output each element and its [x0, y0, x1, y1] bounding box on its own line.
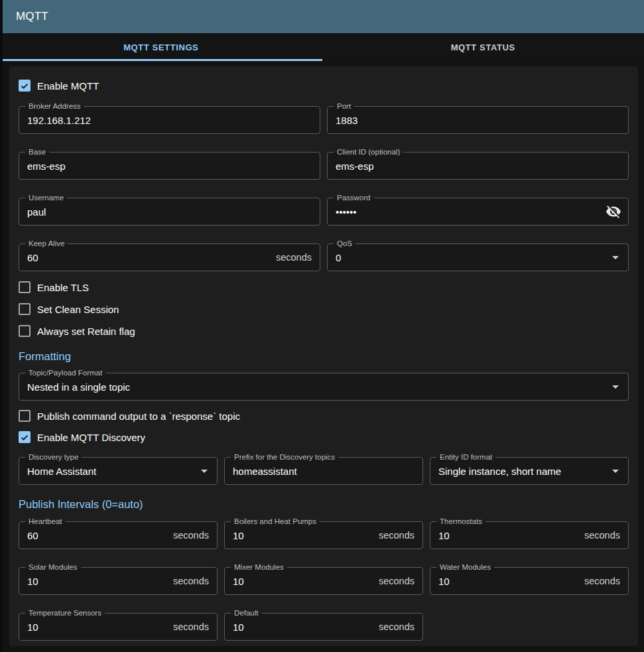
publish-response-label: Publish command output to a `response` t… — [37, 411, 240, 422]
temperature-interval-unit: seconds — [173, 621, 209, 632]
boilers-interval-field: Boilers and Heat Pumps seconds — [224, 521, 423, 549]
thermostats-interval-label: Thermostats — [436, 517, 485, 527]
solar-interval-unit: seconds — [173, 576, 209, 586]
solar-interval-input[interactable] — [27, 576, 168, 587]
dropdown-arrow-icon — [196, 463, 212, 479]
boilers-interval-input[interactable] — [233, 530, 373, 541]
qos-select[interactable]: QoS 0 — [327, 243, 629, 271]
heartbeat-unit: seconds — [173, 530, 209, 541]
dropdown-arrow-icon — [608, 379, 623, 395]
topic-format-label: Topic/Payload Format — [25, 368, 105, 378]
toggle-password-visibility-button[interactable] — [606, 204, 621, 220]
qos-value: 0 — [336, 252, 606, 263]
keep-alive-label: Keep Alive — [25, 239, 68, 249]
base-field: Base — [19, 152, 320, 180]
entity-format-select[interactable]: Entity ID format Single instance, short … — [430, 457, 629, 485]
intervals-section-heading: Publish Intervals (0=auto) — [19, 498, 629, 511]
keep-alive-unit: seconds — [276, 252, 312, 263]
discovery-prefix-label: Prefix for the Discovery topics — [231, 452, 338, 462]
heartbeat-input[interactable] — [27, 530, 168, 541]
discovery-type-select[interactable]: Discovery type Home Assistant — [19, 457, 218, 485]
tab-mqtt-settings[interactable]: MQTT SETTINGS — [0, 33, 322, 61]
enable-mqtt-row[interactable]: Enable MQTT — [19, 78, 629, 93]
water-interval-unit: seconds — [584, 576, 620, 586]
password-label: Password — [334, 193, 374, 203]
retain-flag-checkbox[interactable] — [19, 325, 31, 337]
tab-bar: MQTT SETTINGS MQTT STATUS — [0, 33, 644, 61]
left-edge-shadow — [0, 0, 3, 652]
solar-interval-field: Solar Modules seconds — [19, 567, 218, 595]
default-interval-label: Default — [231, 608, 261, 618]
visibility-off-icon — [606, 204, 621, 220]
enable-tls-label: Enable TLS — [37, 282, 89, 293]
client-id-label: Client ID (optional) — [334, 147, 403, 157]
mixer-interval-unit: seconds — [379, 576, 415, 586]
app-header: MQTT — [0, 0, 644, 33]
topic-format-value: Nested in a single topic — [27, 381, 606, 393]
password-input[interactable] — [336, 206, 620, 218]
broker-address-input[interactable] — [27, 115, 312, 126]
tab-mqtt-status[interactable]: MQTT STATUS — [322, 33, 644, 61]
thermostats-interval-field: Thermostats seconds — [430, 521, 629, 549]
entity-format-label: Entity ID format — [436, 452, 495, 462]
thermostats-interval-input[interactable] — [438, 530, 579, 541]
client-id-field: Client ID (optional) — [327, 152, 629, 180]
tab-mqtt-settings-label: MQTT SETTINGS — [123, 42, 198, 52]
discovery-type-value: Home Assistant — [27, 466, 194, 477]
enable-discovery-checkbox[interactable] — [19, 431, 31, 443]
water-interval-input[interactable] — [438, 576, 579, 587]
keep-alive-field: Keep Alive seconds — [19, 243, 320, 271]
default-interval-field: Default seconds — [224, 613, 423, 641]
broker-address-field: Broker Address — [19, 106, 320, 134]
discovery-prefix-input[interactable] — [233, 466, 415, 477]
heartbeat-label: Heartbeat — [25, 517, 66, 527]
temperature-interval-field: Temperature Sensors seconds — [19, 613, 218, 641]
tab-mqtt-status-label: MQTT STATUS — [451, 42, 515, 52]
water-interval-field: Water Modules seconds — [430, 567, 629, 595]
enable-mqtt-checkbox[interactable] — [19, 80, 31, 92]
topic-format-select[interactable]: Topic/Payload Format Nested in a single … — [19, 373, 629, 401]
solar-interval-label: Solar Modules — [25, 562, 81, 572]
enable-discovery-row[interactable]: Enable MQTT Discovery — [19, 430, 629, 444]
dropdown-arrow-icon — [608, 249, 623, 265]
water-interval-label: Water Modules — [436, 562, 494, 572]
mixer-interval-label: Mixer Modules — [231, 562, 287, 572]
active-tab-indicator — [0, 59, 322, 61]
heartbeat-field: Heartbeat seconds — [19, 521, 218, 549]
checkmark-icon — [20, 81, 29, 91]
page-title: MQTT — [16, 10, 48, 23]
enable-tls-row[interactable]: Enable TLS — [19, 280, 629, 294]
default-interval-input[interactable] — [233, 621, 373, 633]
checkmark-icon — [20, 432, 29, 442]
mixer-interval-field: Mixer Modules seconds — [224, 567, 423, 595]
username-input[interactable] — [27, 206, 312, 218]
enable-mqtt-label: Enable MQTT — [37, 80, 99, 92]
port-input[interactable] — [336, 115, 620, 126]
broker-address-label: Broker Address — [25, 101, 84, 111]
thermostats-interval-unit: seconds — [584, 530, 620, 541]
base-label: Base — [25, 147, 49, 157]
discovery-prefix-field: Prefix for the Discovery topics — [224, 457, 423, 485]
temperature-interval-label: Temperature Sensors — [25, 608, 105, 618]
clean-session-checkbox[interactable] — [19, 303, 31, 315]
retain-flag-label: Always set Retain flag — [37, 326, 135, 337]
username-field: Username — [19, 198, 320, 226]
formatting-section-heading: Formatting — [19, 350, 629, 363]
enable-discovery-label: Enable MQTT Discovery — [37, 432, 145, 443]
password-field: Password — [327, 198, 629, 226]
qos-label: QoS — [334, 239, 355, 249]
boilers-interval-unit: seconds — [379, 530, 415, 541]
username-label: Username — [25, 193, 67, 203]
clean-session-row[interactable]: Set Clean Session — [19, 302, 629, 316]
temperature-interval-input[interactable] — [27, 621, 168, 633]
publish-response-checkbox[interactable] — [19, 410, 31, 422]
entity-format-value: Single instance, short name — [438, 466, 606, 477]
base-input[interactable] — [27, 161, 312, 172]
keep-alive-input[interactable] — [27, 252, 271, 263]
enable-tls-checkbox[interactable] — [19, 281, 31, 293]
mixer-interval-input[interactable] — [233, 576, 373, 587]
retain-flag-row[interactable]: Always set Retain flag — [19, 324, 629, 338]
client-id-input[interactable] — [336, 161, 620, 172]
dropdown-arrow-icon — [608, 463, 623, 479]
publish-response-row[interactable]: Publish command output to a `response` t… — [19, 409, 629, 423]
